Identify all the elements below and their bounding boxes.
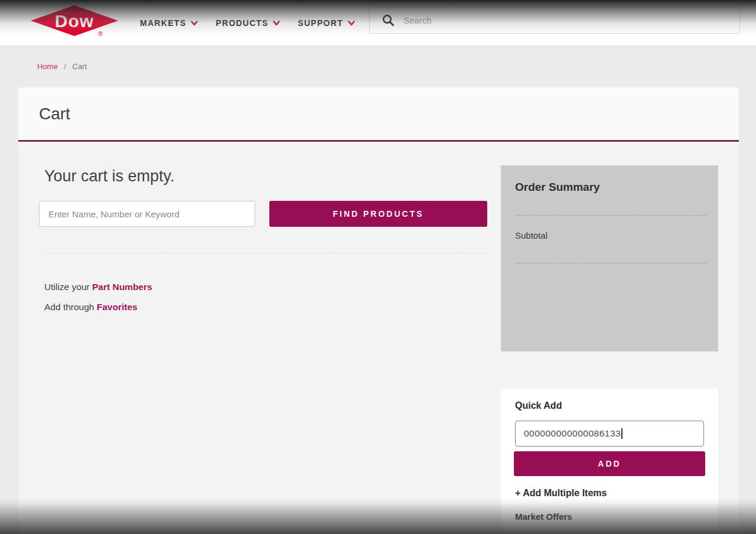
site-header: Dow ® MARKETS PRODUCTS SUPPORT — [0, 0, 756, 46]
chevron-down-icon — [273, 21, 280, 26]
empty-cart-message: Your cart is empty. — [44, 167, 175, 185]
nav-products-label: PRODUCTS — [216, 18, 268, 28]
quick-add-input[interactable]: 000000000000086133 — [515, 421, 704, 447]
text-cursor — [621, 428, 623, 439]
part-numbers-link[interactable]: Part Numbers — [92, 282, 152, 292]
utilize-part-numbers-line: Utilize your Part Numbers — [44, 282, 152, 292]
chevron-down-icon — [348, 21, 355, 26]
breadcrumb-home-link[interactable]: Home — [37, 62, 58, 71]
registered-mark: ® — [98, 30, 103, 37]
find-products-button[interactable]: FIND PRODUCTS — [269, 201, 487, 227]
breadcrumb: Home / Cart — [37, 62, 87, 71]
subtotal-label: Subtotal — [515, 230, 548, 240]
product-search-input[interactable] — [39, 201, 255, 227]
chevron-down-icon — [191, 21, 198, 26]
add-through-text: Add through — [44, 302, 94, 312]
quick-add-input-value: 000000000000086133 — [524, 428, 621, 439]
market-offers-link[interactable]: Market Offers — [515, 512, 572, 522]
content-divider — [44, 253, 487, 253]
nav-markets-label: MARKETS — [140, 18, 186, 28]
order-summary-title: Order Summary — [515, 181, 600, 194]
order-summary-divider — [515, 215, 706, 216]
dow-diamond-icon: Dow ® — [30, 5, 119, 38]
nav-item-products[interactable]: PRODUCTS — [216, 18, 280, 28]
header-search-box[interactable] — [369, 6, 740, 34]
nav-item-support[interactable]: SUPPORT — [298, 18, 355, 28]
dow-logo[interactable]: Dow ® — [30, 5, 119, 38]
favorites-link[interactable]: Favorites — [97, 302, 138, 312]
dow-logo-text: Dow — [55, 11, 94, 31]
search-input[interactable] — [403, 7, 739, 33]
page-title: Cart — [39, 105, 70, 123]
add-through-favorites-line: Add through Favorites — [44, 302, 138, 312]
nav-item-markets[interactable]: MARKETS — [140, 18, 198, 28]
quick-add-title: Quick Add — [515, 400, 562, 411]
order-summary-panel: Order Summary Subtotal — [501, 165, 718, 351]
add-multiple-items-link[interactable]: + Add Multiple Items — [515, 488, 607, 499]
cart-card: Cart Your cart is empty. FIND PRODUCTS U… — [18, 87, 739, 534]
main-nav: MARKETS PRODUCTS SUPPORT — [140, 0, 355, 46]
quick-add-panel: Quick Add 000000000000086133 ADD + Add M… — [501, 389, 718, 534]
nav-support-label: SUPPORT — [298, 18, 343, 28]
breadcrumb-current: Cart — [73, 62, 87, 71]
cart-title-row: Cart — [18, 87, 739, 142]
cart-content: Your cart is empty. FIND PRODUCTS Utiliz… — [18, 144, 739, 534]
utilize-text: Utilize your — [44, 282, 90, 292]
order-summary-divider — [515, 263, 706, 263]
breadcrumb-separator: / — [64, 62, 66, 71]
add-button[interactable]: ADD — [514, 451, 705, 476]
search-icon — [382, 14, 395, 27]
